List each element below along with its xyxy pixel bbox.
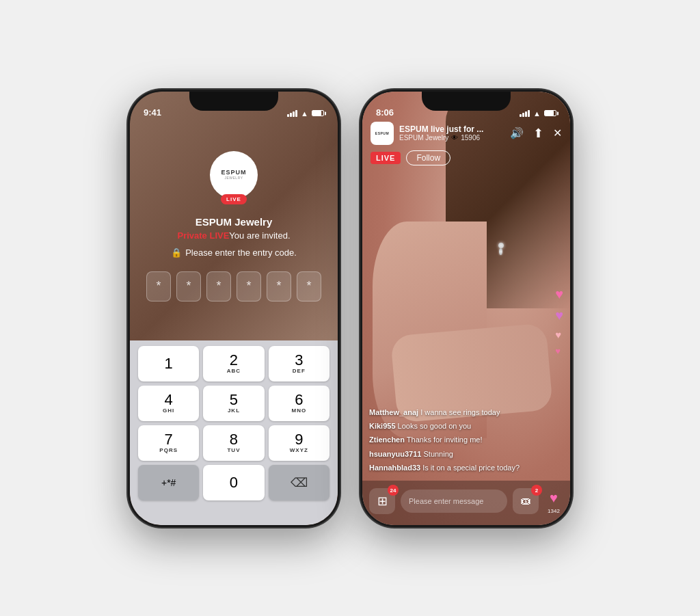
ticket-btn[interactable]: 🎟 2 — [513, 488, 539, 514]
entry-code-text: Please enter the entry code. — [185, 247, 297, 258]
key-6[interactable]: 6 MNO — [269, 386, 329, 421]
view-count: 15906 — [461, 134, 480, 142]
key-special[interactable]: +*# — [138, 465, 199, 500]
phone1-top: ESPUM JEWELRY LIVE ESPUM Jewelry Private… — [130, 92, 338, 340]
signal-icon-1 — [287, 110, 297, 117]
keypad-row-1: 1 2 ABC 3 DEF — [138, 346, 329, 381]
key-4[interactable]: 4 GHI — [138, 386, 199, 421]
hearts: ♥ ♥ ♥ ♥ — [555, 286, 563, 356]
chat-message-1: Matthew_anaj I wanna see rings today — [369, 407, 536, 418]
live-channel-name: ESPUM live just for ... — [399, 124, 504, 134]
close-icon[interactable]: ✕ — [553, 126, 562, 139]
keypad-row-3: 7 PQRS 8 TUV 9 WXYZ — [138, 425, 329, 461]
key-5[interactable]: 5 JKL — [203, 386, 264, 421]
live-badge: LIVE — [371, 152, 401, 164]
live-badge-logo: LIVE — [221, 194, 247, 204]
key-2[interactable]: 2 ABC — [203, 346, 264, 381]
notch-1 — [189, 92, 278, 111]
private-live-text: Private LIVE — [177, 230, 229, 241]
status-icons-1: ▲ — [287, 109, 324, 118]
view-icon: 👁 — [451, 134, 458, 142]
ticket-badge-count: 2 — [531, 485, 542, 496]
lock-icon: 🔒 — [171, 247, 182, 258]
wifi-icon-2: ▲ — [533, 109, 541, 118]
chat-message-4: hsuanyuu3711 Stunning — [369, 449, 536, 459]
code-box-1[interactable]: * — [146, 271, 171, 302]
heart-1: ♥ — [555, 286, 563, 302]
heart-like-icon: ♥ — [550, 490, 558, 506]
grid-icon: ⊞ — [377, 494, 388, 509]
earring-detail — [498, 243, 512, 256]
live-channel-info: ESPUM live just for ... ESPUM Jewelry 👁 … — [399, 124, 504, 142]
code-box-6[interactable]: * — [297, 271, 321, 302]
keypad-row-4: +*# 0 ⌫ — [138, 465, 329, 500]
espum-logo: ESPUM JEWELRY LIVE — [210, 151, 258, 199]
signal-icon-2 — [520, 110, 530, 117]
live-avatar: ESPUM — [371, 122, 394, 145]
battery-icon-1 — [312, 110, 324, 116]
heart-btn[interactable]: ♥ — [544, 489, 563, 508]
message-input-wrap[interactable]: Please enter message — [401, 490, 507, 513]
wifi-icon-1: ▲ — [301, 109, 308, 118]
private-live-line: Private LIVE You are invited. — [177, 230, 290, 241]
key-9[interactable]: 9 WXYZ — [269, 425, 329, 461]
phone1-screen: 9:41 ▲ — [130, 92, 338, 525]
grid-icon-btn[interactable]: ⊞ 24 — [369, 488, 395, 514]
phone2-screen: 8:06 ▲ — [362, 92, 570, 525]
keypad-row-2: 4 GHI 5 JKL 6 MNO — [138, 386, 329, 421]
status-bar-2: 8:06 ▲ — [362, 92, 570, 122]
icon-badge-count: 24 — [388, 485, 399, 496]
key-3[interactable]: 3 DEF — [269, 346, 329, 381]
phone-2: 8:06 ▲ — [360, 90, 572, 527]
earring-drop — [499, 248, 502, 255]
phone-1: 9:41 ▲ — [128, 90, 340, 527]
sound-icon[interactable]: 🔊 — [510, 126, 524, 139]
live-header-row: ESPUM ESPUM live just for ... ESPUM Jewe… — [371, 122, 562, 145]
code-boxes: * * * * * * — [146, 271, 321, 302]
earring-stud — [498, 243, 504, 248]
code-box-4[interactable]: * — [237, 271, 261, 302]
key-delete[interactable]: ⌫ — [269, 465, 329, 500]
chat-message-2: Kiki955 Looks so good on you — [369, 421, 536, 431]
time-1: 9:41 — [144, 107, 161, 118]
key-1[interactable]: 1 — [138, 346, 199, 381]
heart-count-label: 1342 — [548, 508, 560, 514]
live-badges-row: LIVE Follow — [371, 150, 562, 165]
invited-text: You are invited. — [229, 230, 290, 241]
time-2: 8:06 — [376, 107, 394, 118]
follow-button[interactable]: Follow — [406, 150, 450, 165]
brand-name-1: ESPUM Jewelry — [196, 216, 273, 228]
share-icon[interactable]: ⬆ — [533, 126, 543, 141]
heart-count-wrap: ♥ 1342 — [544, 489, 563, 514]
heart-3: ♥ — [555, 329, 563, 340]
code-box-2[interactable]: * — [176, 271, 201, 302]
key-8[interactable]: 8 TUV — [203, 425, 264, 461]
live-bottom-bar: ⊞ 24 Please enter message 🎟 2 ♥ — [362, 481, 570, 525]
key-7[interactable]: 7 PQRS — [138, 425, 199, 461]
chat-overlay: Matthew_anaj I wanna see rings today Kik… — [369, 407, 536, 477]
code-box-3[interactable]: * — [206, 271, 231, 302]
chat-message-3: Ztienchen Thanks for inviting me! — [369, 435, 536, 445]
key-0[interactable]: 0 — [203, 465, 264, 500]
battery-icon-2 — [544, 110, 556, 116]
ticket-icon: 🎟 — [520, 495, 531, 507]
heart-2: ♥ — [555, 308, 563, 323]
message-placeholder: Please enter message — [409, 497, 483, 505]
live-header-actions: 🔊 ⬆ ✕ — [510, 126, 562, 141]
chat-message-5: Hannahblad33 Is it on a special price to… — [369, 463, 536, 473]
keypad: 1 2 ABC 3 DEF 4 — [130, 340, 338, 525]
phones-container: 9:41 ▲ — [128, 90, 572, 527]
status-icons-2: ▲ — [520, 109, 556, 118]
entry-code-line: 🔒 Please enter the entry code. — [171, 247, 297, 258]
code-box-5[interactable]: * — [267, 271, 291, 302]
heart-4: ♥ — [555, 346, 563, 356]
live-sub-name: ESPUM Jewelry — [399, 134, 448, 142]
live-channel-sub: ESPUM Jewelry 👁 15906 — [399, 134, 504, 142]
